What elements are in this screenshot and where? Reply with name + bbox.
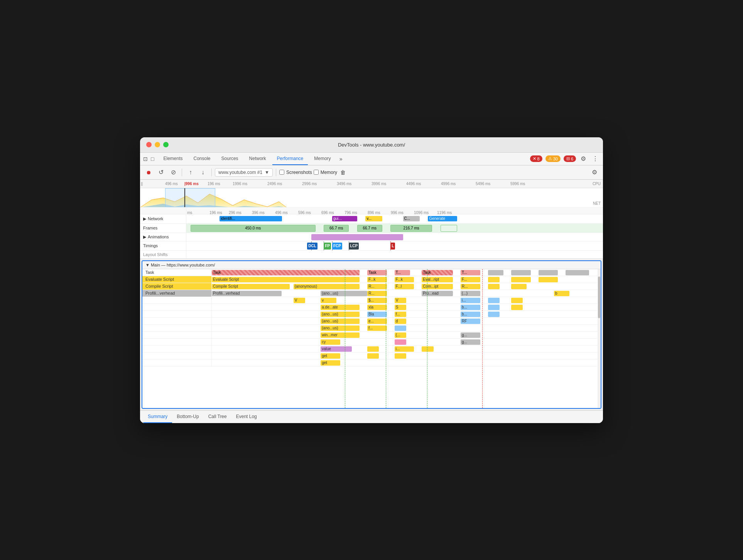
flame-block-blue4[interactable] <box>395 326 406 331</box>
flame-block-task5[interactable]: T... <box>461 270 480 275</box>
flame-block-g2[interactable]: g... <box>461 339 480 345</box>
device-icon[interactable]: □ <box>151 156 154 162</box>
tab-console[interactable]: Console <box>189 153 215 165</box>
flame-block-pink[interactable] <box>395 339 406 345</box>
timeline-selection[interactable] <box>165 188 215 207</box>
flame-block-g1[interactable]: g... <box>461 332 480 338</box>
flame-block-i2[interactable]: i... <box>395 346 414 352</box>
flame-block-task4[interactable]: Task <box>422 270 453 275</box>
network-expand-icon[interactable]: ▶ <box>143 216 146 221</box>
flame-block-profile1[interactable]: Profili...verhead <box>212 291 282 296</box>
flame-block-value[interactable]: value <box>321 346 352 352</box>
more-options-icon[interactable]: ⋮ <box>591 153 600 164</box>
bottom-tab-eventlog[interactable]: Event Log <box>231 411 262 423</box>
tab-sources[interactable]: Sources <box>217 153 243 165</box>
flame-content-profile[interactable]: Profili...verhead (ano...us) R... Pro...… <box>212 290 601 297</box>
flame-block-profile2[interactable]: R... <box>367 291 387 296</box>
flame-content-ano1[interactable]: (ano...us) Bla f... b... <box>212 311 601 317</box>
flame-block-yel3[interactable] <box>367 346 379 352</box>
flame-block-ano3[interactable]: (ano...us) <box>321 326 360 331</box>
clear-button[interactable]: ⊘ <box>168 167 179 178</box>
flame-block-yel6[interactable] <box>395 353 406 359</box>
flame-block-rf[interactable]: RF <box>461 319 480 324</box>
settings-icon[interactable]: ⚙ <box>579 153 588 164</box>
flame-block-yel5[interactable] <box>367 353 379 359</box>
flame-block-i1[interactable]: i... <box>461 298 480 303</box>
record-button[interactable]: ⏺ <box>143 167 154 178</box>
flame-block-blue3[interactable] <box>488 312 500 317</box>
flame-block-task9[interactable] <box>566 270 589 275</box>
flame-block-compile6[interactable] <box>488 284 500 289</box>
flame-block-evaluate4[interactable]: Eval...ript <box>422 277 453 282</box>
scrollbar-thumb[interactable] <box>598 277 600 318</box>
flame-block-profile3[interactable]: Pro...ead <box>422 291 453 296</box>
more-tabs-button[interactable]: » <box>337 153 345 165</box>
flame-block-evaluate1[interactable]: Evaluate Script <box>212 277 360 282</box>
flame-block-v[interactable]: v <box>321 298 336 303</box>
bottom-tab-calltree[interactable]: Call Tree <box>204 411 231 423</box>
flame-block-compile4[interactable]: Com...ipt <box>422 284 453 289</box>
flame-content-ano3[interactable]: (ano...us) f... <box>212 325 601 331</box>
flame-block-compile2[interactable]: R... <box>367 284 387 289</box>
bottom-tab-bottomup[interactable]: Bottom-Up <box>172 411 203 423</box>
flame-block-bla[interactable]: Bla <box>367 312 387 317</box>
flame-block-V[interactable]: V <box>294 298 305 303</box>
memory-check[interactable]: Memory <box>314 170 337 175</box>
flame-block-f2[interactable]: f... <box>367 326 387 331</box>
flame-block-xla[interactable]: xla <box>367 305 387 310</box>
flame-block-compile7[interactable] <box>511 284 527 289</box>
flame-block-ade[interactable]: a.de...ate <box>321 305 360 310</box>
url-selector[interactable]: www.youtube.com #1 ▼ <box>215 168 273 177</box>
flame-block-yel2[interactable] <box>511 305 523 310</box>
flame-content-compile[interactable]: Compile Script (anonymous) R... F...l Co… <box>212 283 601 290</box>
flame-block-win[interactable]: win...mer <box>321 332 360 338</box>
minimize-button[interactable] <box>155 142 160 147</box>
flame-block-d[interactable]: d <box>395 319 406 324</box>
flame-block-evaluate3[interactable]: F...k <box>395 277 414 282</box>
flame-block-compile1[interactable]: Compile Script <box>212 284 290 289</box>
flame-block-e[interactable]: e... <box>367 319 387 324</box>
flame-block-get1[interactable]: get <box>321 353 340 359</box>
toolbar-settings-button[interactable]: ⚙ <box>589 167 600 178</box>
flame-content-get1[interactable]: get <box>212 353 601 359</box>
tab-network[interactable]: Network <box>245 153 271 165</box>
flame-content-v1[interactable]: V v $... V i... <box>212 297 601 304</box>
flame-block-cy[interactable]: cy <box>321 339 340 345</box>
flame-block-ano1[interactable]: (ano...us) <box>321 312 360 317</box>
flame-block-task1[interactable]: Task <box>212 270 360 275</box>
flame-block-compile5[interactable]: R... <box>461 284 480 289</box>
flame-block-blue2[interactable] <box>488 305 500 310</box>
download-button[interactable]: ↓ <box>198 167 208 178</box>
error-badge[interactable]: ✕ 8 <box>530 155 542 162</box>
flame-block-profile-anon[interactable]: (ano...us) <box>321 291 367 296</box>
flame-content-value[interactable]: value i... <box>212 346 601 352</box>
flame-block-evaluate7[interactable] <box>511 277 530 282</box>
tab-elements[interactable]: Elements <box>159 153 187 165</box>
flame-block-dollar[interactable]: $... <box>367 298 387 303</box>
flame-block-V2[interactable]: V <box>395 298 406 303</box>
memory-extra-icon[interactable]: 🗑 <box>339 168 347 177</box>
reload-record-button[interactable]: ↺ <box>155 167 166 178</box>
flame-content-evaluate[interactable]: Evaluate Script F...k F...k Eval...ript … <box>212 276 601 283</box>
flame-block-profile4[interactable]: (...) <box>461 291 480 296</box>
close-button[interactable] <box>146 142 152 147</box>
flame-block-blue1[interactable] <box>488 298 500 303</box>
upload-button[interactable]: ↑ <box>185 167 196 178</box>
maximize-button[interactable] <box>163 142 169 147</box>
flame-block-task8[interactable] <box>539 270 558 275</box>
flame-block-task7[interactable] <box>511 270 530 275</box>
warn-badge[interactable]: ⚠ 30 <box>545 155 561 162</box>
flame-block-f1[interactable]: f... <box>395 312 406 317</box>
animations-expand-icon[interactable]: ▶ <box>143 234 146 240</box>
tab-performance[interactable]: Performance <box>272 153 308 165</box>
bottom-tab-summary[interactable]: Summary <box>143 411 172 423</box>
info-badge[interactable]: ⊟ 6 <box>564 155 576 162</box>
flame-block-task6[interactable] <box>488 270 503 275</box>
flame-block-profile5[interactable]: b <box>554 291 569 296</box>
flame-block-yel4[interactable] <box>422 346 433 352</box>
screenshots-checkbox[interactable] <box>279 170 284 175</box>
flame-content-ade[interactable]: a.de...ate xla S b... <box>212 304 601 310</box>
flame-block-evaluate2[interactable]: F...k <box>367 277 387 282</box>
flame-content-ano2[interactable]: (ano...us) e... d RF <box>212 318 601 324</box>
memory-checkbox[interactable] <box>314 170 319 175</box>
